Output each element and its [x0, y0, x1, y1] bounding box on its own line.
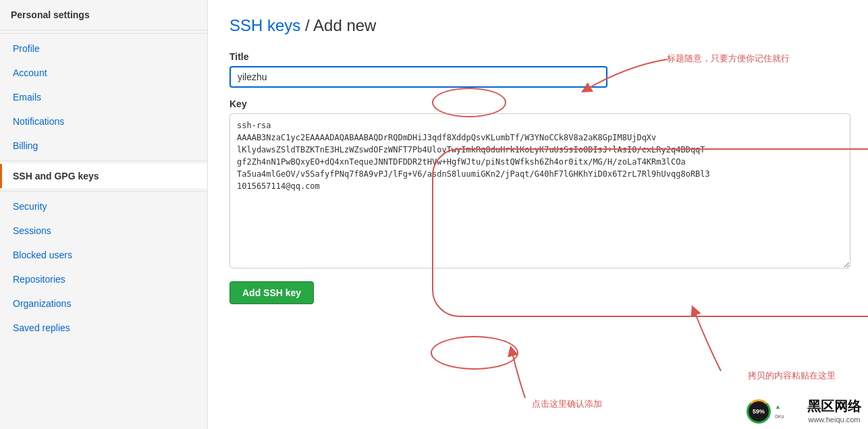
- title-input[interactable]: [229, 66, 607, 88]
- key-form-group: Key: [229, 98, 846, 270]
- key-label: Key: [229, 98, 846, 109]
- sidebar-item-ssh-gpg-keys[interactable]: SSH and GPG keys: [0, 164, 207, 188]
- main-content: SSH keys / Add new Title Key Add SSH key…: [208, 0, 868, 429]
- watermark-url: www.heiqu.com: [807, 416, 861, 424]
- watermark-brand: 黑区网络: [807, 397, 861, 416]
- sidebar-item-profile[interactable]: Profile: [0, 36, 207, 61]
- sidebar-divider-top: [0, 33, 207, 34]
- sidebar-header: Personal settings: [0, 0, 207, 30]
- sidebar: Personal settings ProfileAccountEmailsNo…: [0, 0, 208, 429]
- key-textarea[interactable]: [229, 113, 850, 268]
- annotation-btn-note: 点击这里确认添加: [532, 398, 602, 410]
- add-ssh-key-button[interactable]: Add SSH key: [229, 281, 314, 304]
- sidebar-item-account[interactable]: Account: [0, 61, 207, 85]
- ellipse-btn: [431, 336, 518, 370]
- arrow-key: [667, 290, 775, 378]
- sidebar-item-emails[interactable]: Emails: [0, 85, 207, 109]
- upload-indicator: ▲ 0Ks: [774, 399, 787, 424]
- title-label: Title: [229, 51, 846, 62]
- watermark-container: 黑区网络 www.heiqu.com: [807, 397, 861, 424]
- sidebar-item-saved-replies[interactable]: Saved replies: [0, 316, 207, 340]
- page-title-link[interactable]: SSH keys: [229, 16, 300, 34]
- sidebar-item-sessions[interactable]: Sessions: [0, 219, 207, 243]
- sidebar-item-notifications[interactable]: Notifications: [0, 109, 207, 134]
- sidebar-item-blocked-users[interactable]: Blocked users: [0, 243, 207, 267]
- annotation-key-note: 拷贝的内容粘贴在这里: [748, 370, 836, 382]
- sidebar-item-organizations[interactable]: Organizations: [0, 291, 207, 316]
- svg-text:0Ks: 0Ks: [775, 413, 784, 420]
- sidebar-item-billing[interactable]: Billing: [0, 134, 207, 158]
- svg-text:▲: ▲: [775, 403, 781, 410]
- sidebar-divider-ssh-gpg-keys: [0, 191, 207, 192]
- arrow-btn: [464, 337, 572, 405]
- progress-container: 59% ▲ 0Ks: [747, 399, 787, 424]
- sidebar-item-security[interactable]: Security: [0, 194, 207, 219]
- progress-circle: 59%: [747, 399, 771, 424]
- page-title: SSH keys / Add new: [229, 16, 846, 35]
- sidebar-divider-billing: [0, 161, 207, 161]
- page-title-separator: / Add new: [300, 16, 376, 34]
- sidebar-item-repositories[interactable]: Repositories: [0, 267, 207, 291]
- title-form-group: Title: [229, 51, 846, 88]
- sidebar-nav: ProfileAccountEmailsNotificationsBilling…: [0, 36, 207, 340]
